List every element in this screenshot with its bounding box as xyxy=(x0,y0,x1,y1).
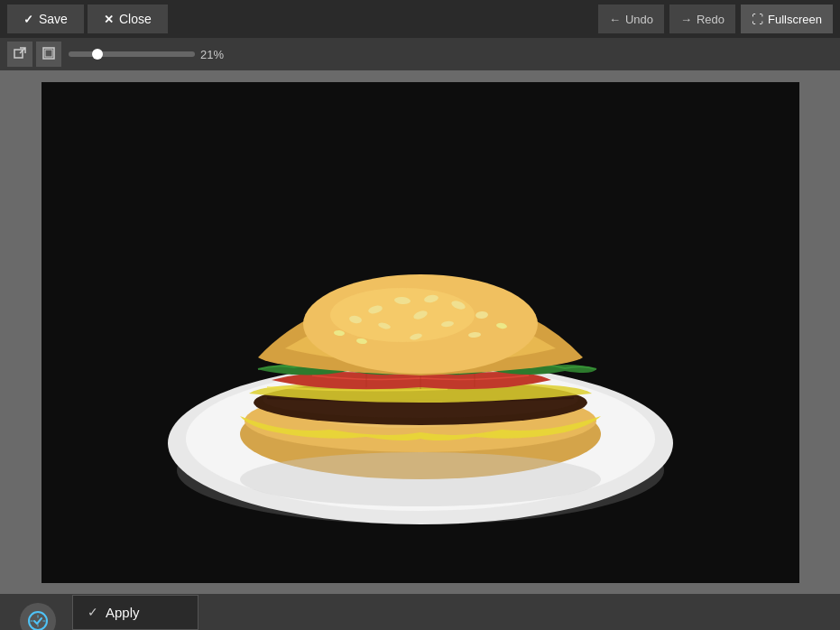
zoom-control: 21% xyxy=(69,48,229,61)
undo-arrow-icon: ← xyxy=(609,13,621,26)
secondary-toolbar: 21% xyxy=(0,38,840,70)
auto-fix-button[interactable]: Auto Fix xyxy=(18,603,58,630)
save-button[interactable]: ✓ Save xyxy=(7,5,84,33)
apply-cancel-menu: ✓ Apply ✕ Cancel xyxy=(72,595,198,631)
undo-button[interactable]: ← Undo xyxy=(598,5,664,33)
close-label: Close xyxy=(119,12,152,26)
svg-point-28 xyxy=(240,452,601,506)
bottom-bar: Auto Fix ✓ Apply ✕ Cancel xyxy=(0,594,840,630)
undo-label: Undo xyxy=(625,13,653,26)
fullscreen-label: Fullscreen xyxy=(768,13,822,26)
redo-button[interactable]: → Redo xyxy=(669,5,735,33)
zoom-slider[interactable] xyxy=(69,51,195,57)
burger-image xyxy=(42,82,799,583)
fit-view-button[interactable] xyxy=(36,42,61,67)
redo-label: Redo xyxy=(697,13,725,26)
close-button[interactable]: ✕ Close xyxy=(88,5,168,33)
redo-arrow-icon: → xyxy=(680,13,692,26)
top-toolbar: ✓ Save ✕ Close ← Undo → Redo ⛶ Fullscree… xyxy=(0,0,840,38)
image-container xyxy=(42,82,799,583)
save-label: Save xyxy=(39,12,68,26)
zoom-value: 21% xyxy=(200,48,229,61)
svg-rect-2 xyxy=(45,50,52,57)
apply-label: Apply xyxy=(106,605,140,620)
auto-fix-icon xyxy=(20,603,56,630)
fullscreen-button[interactable]: ⛶ Fullscreen xyxy=(741,5,833,33)
open-external-button[interactable] xyxy=(7,42,32,67)
fullscreen-icon: ⛶ xyxy=(752,13,763,26)
apply-button[interactable]: ✓ Apply xyxy=(73,596,198,629)
save-icon: ✓ xyxy=(23,13,33,26)
open-external-icon xyxy=(14,47,26,62)
right-controls: ← Undo → Redo ⛶ Fullscreen xyxy=(598,5,833,33)
svg-point-13 xyxy=(330,288,475,342)
close-icon: ✕ xyxy=(104,13,114,26)
apply-check-icon: ✓ xyxy=(88,605,98,619)
fit-view-icon xyxy=(42,47,55,62)
canvas-area xyxy=(0,70,840,594)
